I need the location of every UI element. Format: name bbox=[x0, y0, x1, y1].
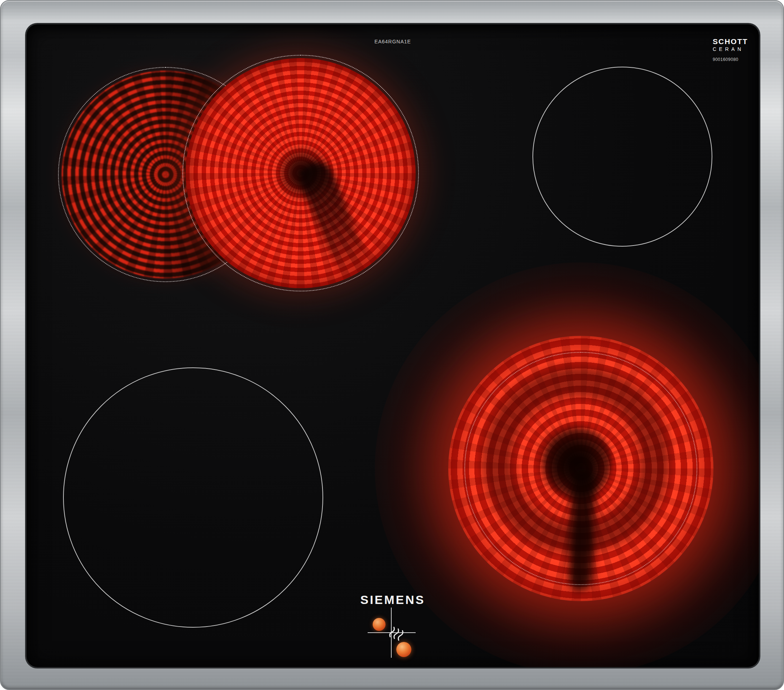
ceran-logo-text: CERAN bbox=[713, 46, 748, 52]
crosshair-horizontal-line bbox=[367, 632, 416, 633]
schott-ceran-logo: SCHOTT CERAN 9001609080 bbox=[713, 37, 748, 63]
ceramic-glass-surface: EA64RGNA1E SCHOTT CERAN 9001609080 SIEME… bbox=[26, 25, 759, 667]
zone-front-right-marking bbox=[464, 352, 697, 585]
schott-logo-text: SCHOTT bbox=[713, 37, 748, 46]
stainless-steel-frame: EA64RGNA1E SCHOTT CERAN 9001609080 SIEME… bbox=[0, 0, 784, 690]
cooktop-product-photo: EA64RGNA1E SCHOTT CERAN 9001609080 SIEME… bbox=[0, 0, 784, 690]
siemens-logo: SIEMENS bbox=[26, 593, 759, 607]
model-number-label: EA64RGNA1E bbox=[26, 39, 759, 45]
residual-heat-indicator-dot-2 bbox=[396, 642, 411, 657]
zone-rear-left-marking bbox=[183, 55, 419, 291]
serial-number-label: 9001609080 bbox=[713, 57, 748, 63]
crosshair-vertical-line bbox=[391, 607, 392, 658]
zone-front-left-marking bbox=[63, 367, 323, 627]
residual-heat-indicator-dot-1 bbox=[373, 618, 385, 631]
heat-waves-icon bbox=[387, 624, 405, 643]
zone-rear-right-marking bbox=[532, 67, 712, 247]
